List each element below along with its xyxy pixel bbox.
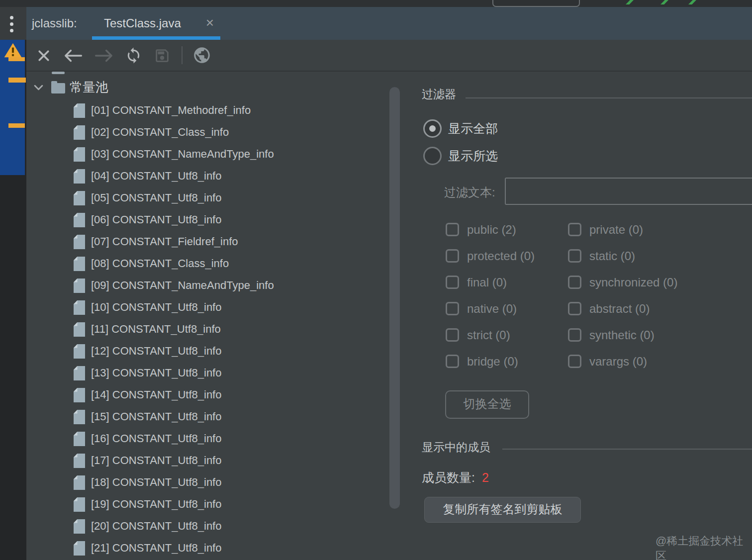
checkbox-box[interactable] (446, 302, 459, 315)
tree-item[interactable]: [06] CONSTANT_Utf8_info (26, 209, 389, 231)
tree-item-label: [09] CONSTANT_NameAndType_info (91, 275, 274, 296)
forward-icon[interactable] (94, 49, 114, 63)
warning-icon[interactable] (3, 42, 22, 58)
copy-signatures-button[interactable]: 复制所有签名到剪贴板 (424, 497, 581, 523)
tree-item[interactable]: [15] CONSTANT_Utf8_info (26, 406, 389, 428)
tree-item[interactable]: [11] CONSTANT_Utf8_info (26, 318, 389, 340)
member-count-label: 成员数量: (422, 470, 475, 484)
checkbox-private[interactable]: private (0) (568, 223, 732, 237)
checkbox-box[interactable] (446, 276, 459, 289)
checkbox-box[interactable] (568, 276, 581, 289)
tree-item[interactable]: [02] CONSTANT_Class_info (26, 121, 389, 143)
radio-show-selected[interactable] (423, 147, 442, 165)
checkbox-synchronized[interactable]: synchronized (0) (568, 276, 732, 289)
filter-text-input[interactable] (505, 178, 752, 205)
checkbox-native[interactable]: native (0) (446, 302, 568, 316)
vertical-scrollbar-thumb[interactable] (389, 87, 400, 509)
refresh-icon[interactable] (125, 47, 142, 64)
run-icon-partial[interactable] (660, 0, 668, 4)
filter-section-title: 过滤器 (422, 87, 456, 102)
checkbox-box[interactable] (568, 355, 581, 368)
tree-item[interactable]: [01] CONSTANT_Methodref_info (26, 99, 389, 121)
tree-item[interactable]: [17] CONSTANT_Utf8_info (26, 450, 389, 471)
tree-item-label: [02] CONSTANT_Class_info (91, 121, 229, 143)
member-count-row: 成员数量:2 (422, 469, 489, 486)
radio-show-selected-label[interactable]: 显示所选 (448, 147, 498, 165)
checkbox-abstract[interactable]: abstract (0) (568, 302, 732, 316)
tab-title: TestClass.java (104, 7, 181, 40)
section-divider (502, 449, 752, 450)
tree-item[interactable]: [03] CONSTANT_NameAndType_info (26, 143, 389, 165)
editor-error-stripe (0, 40, 26, 560)
checkbox-box[interactable] (568, 249, 581, 263)
checkbox-box[interactable] (446, 249, 459, 263)
tool-window-tab-bar: jclasslib: TestClass.java × (0, 7, 752, 40)
class-file-icon (74, 519, 85, 534)
tree-item[interactable]: [18] CONSTANT_Utf8_info (26, 471, 389, 493)
back-icon[interactable] (63, 49, 84, 63)
radio-show-all[interactable] (423, 119, 442, 138)
checkbox-box[interactable] (568, 223, 581, 236)
warning-stripe-mark[interactable] (8, 78, 26, 83)
constant-pool-tree: 常量池 [01] CONSTANT_Methodref_info [02] CO… (26, 75, 389, 559)
tree-item[interactable]: [20] CONSTANT_Utf8_info (26, 515, 389, 537)
tree-item-label: [21] CONSTANT_Utf8_info (91, 537, 221, 559)
class-file-icon (74, 541, 85, 556)
checkbox-final[interactable]: final (0) (446, 276, 568, 289)
class-file-icon (74, 125, 85, 140)
tab-close-icon[interactable]: × (202, 15, 217, 30)
chevron-down-icon[interactable] (34, 85, 43, 91)
class-file-icon (74, 103, 85, 118)
tree-item[interactable]: [05] CONSTANT_Utf8_info (26, 187, 389, 209)
tree-item-label: [07] CONSTANT_Fieldref_info (91, 231, 238, 253)
tree-item-label: [08] CONSTANT_Class_info (91, 253, 229, 275)
checkbox-box[interactable] (446, 223, 459, 236)
save-icon[interactable] (154, 47, 171, 64)
class-file-icon (74, 235, 85, 249)
close-icon[interactable] (37, 49, 51, 63)
toolbar-separator (182, 46, 183, 64)
tree-item[interactable]: [14] CONSTANT_Utf8_info (26, 384, 389, 406)
tree-item-label: [04] CONSTANT_Utf8_info (91, 165, 221, 187)
checkbox-synthetic[interactable]: synthetic (0) (568, 328, 732, 342)
checkbox-protected[interactable]: protected (0) (446, 249, 568, 263)
jclasslib-tool-window: jclasslib: TestClass.java × (0, 0, 752, 560)
checkbox-varargs[interactable]: varargs (0) (568, 355, 732, 369)
watermark: @稀土掘金技术社区 (656, 534, 752, 560)
checkbox-static[interactable]: static (0) (568, 249, 732, 263)
class-file-icon (74, 454, 85, 468)
tree-item-label: [13] CONSTANT_Utf8_info (91, 362, 221, 384)
warning-stripe-mark[interactable] (8, 123, 25, 128)
warning-stripe-mark[interactable] (8, 57, 25, 61)
tree-item[interactable]: [08] CONSTANT_Class_info (26, 253, 389, 275)
run-icon-partial[interactable] (626, 0, 634, 4)
tree-item-label: [20] CONSTANT_Utf8_info (91, 515, 221, 537)
checkbox-box[interactable] (446, 355, 459, 368)
tree-item[interactable]: [09] CONSTANT_NameAndType_info (26, 275, 389, 296)
checkbox-strict[interactable]: strict (0) (446, 328, 568, 342)
checkbox-box[interactable] (568, 302, 581, 315)
tree-item[interactable]: [21] CONSTANT_Utf8_info (26, 537, 389, 559)
toggle-all-button[interactable]: 切换全选 (445, 390, 529, 419)
checkbox-bridge[interactable]: bridge (0) (446, 355, 568, 369)
tab-testclass[interactable]: TestClass.java × (92, 7, 220, 40)
tree-item[interactable]: [19] CONSTANT_Utf8_info (26, 493, 389, 515)
class-file-icon (74, 147, 85, 162)
radio-show-all-label[interactable]: 显示全部 (448, 119, 498, 138)
tool-window-options-menu[interactable] (0, 7, 26, 40)
tree-item[interactable]: [12] CONSTANT_Utf8_info (26, 340, 389, 362)
run-icon-partial[interactable] (688, 0, 696, 4)
checkbox-box[interactable] (568, 328, 581, 342)
tree-item[interactable]: [07] CONSTANT_Fieldref_info (26, 231, 389, 253)
checkbox-box[interactable] (446, 328, 459, 342)
tree-item-label: [03] CONSTANT_NameAndType_info (91, 143, 274, 165)
modifier-checkbox-grid: public (2) private (0) protected (0) sta… (446, 216, 732, 374)
web-icon[interactable] (192, 46, 211, 65)
tree-item[interactable]: [16] CONSTANT_Utf8_info (26, 428, 389, 450)
tree-item[interactable]: [04] CONSTANT_Utf8_info (26, 165, 389, 187)
checkbox-public[interactable]: public (2) (446, 223, 568, 237)
kebab-menu-icon (10, 16, 13, 19)
tree-node-constant-pool[interactable]: 常量池 (26, 75, 389, 99)
tree-item[interactable]: [13] CONSTANT_Utf8_info (26, 362, 389, 384)
tree-item[interactable]: [10] CONSTANT_Utf8_info (26, 296, 389, 318)
